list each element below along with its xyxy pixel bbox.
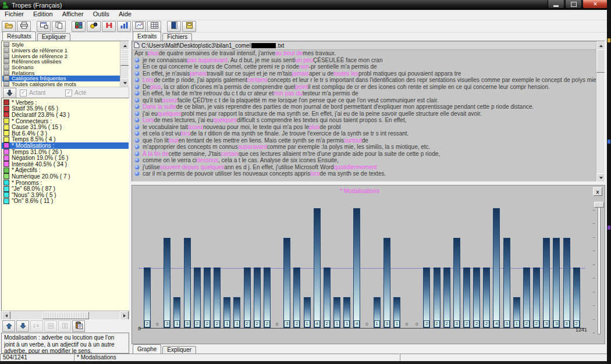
category-item-verbes[interactable]: * Verbes : — [2, 99, 129, 106]
category-item-but-6-4-3[interactable]: But 6.4% ( 3 ) — [2, 130, 129, 137]
bar-slot[interactable]: 2 — [324, 198, 331, 337]
menu-outils[interactable]: Outils — [88, 10, 114, 20]
bar-slot[interactable]: 0 — [154, 198, 161, 337]
open-file-button[interactable] — [2, 21, 16, 32]
extrait-line[interactable]: que l'on lit tout en tentant de les mett… — [133, 137, 596, 144]
bar-slot[interactable]: 2 — [264, 198, 271, 337]
category-item-je-68-0-87[interactable]: "Je" 68.0% ( 87 ) — [2, 185, 129, 192]
bar-slot[interactable]: 3 — [383, 198, 390, 337]
bar-slot[interactable]: 2 — [533, 198, 540, 337]
bar-slot[interactable]: 2 — [144, 198, 151, 337]
bar-slot[interactable]: 3 — [283, 198, 290, 337]
bar-slot[interactable]: 4 — [314, 198, 321, 337]
extraits-scrollbar[interactable] — [596, 41, 605, 182]
bar-slot[interactable]: 1 — [173, 198, 180, 337]
extrait-line[interactable]: comme on le verra ci dessous, cela a t l… — [133, 157, 596, 164]
category-item-temps-31-0-26[interactable]: Temps 31.0% ( 26 ) — [2, 149, 129, 155]
bar-slot[interactable]: 1 — [374, 198, 381, 337]
bar-slot[interactable]: 2 — [463, 198, 470, 337]
category-item-adjectifs[interactable]: * Adjectifs : — [2, 167, 129, 174]
extrait-line[interactable]: Lors de cette p riode, j'ai appris galem… — [133, 77, 596, 84]
bar-slot[interactable]: 1 — [333, 198, 340, 337]
scrollbar-thumb[interactable] — [596, 49, 605, 73]
bar-slot[interactable]: 2 — [194, 198, 201, 337]
bar-slot[interactable]: 2 — [573, 198, 580, 337]
minimize-button[interactable] — [548, 0, 564, 9]
extrait-line[interactable]: qu'il tait assez facile ÇÉD'tre c t de l… — [133, 97, 596, 104]
scroll-up-icon[interactable] — [120, 41, 129, 50]
bar-slot[interactable]: 3 — [553, 198, 560, 337]
menu-fichier[interactable]: Fichier — [0, 10, 29, 20]
category-item-intensite-40-5-34[interactable]: Intensité 40.5% ( 34 ) — [2, 161, 129, 167]
chart-zoom-slider[interactable] — [592, 201, 602, 336]
extrait-line[interactable]: Dans la suite de ce bilan, je vais repre… — [133, 104, 596, 110]
extrait-line[interactable]: je ne connaissais pas auparavant. Au d b… — [133, 57, 596, 64]
copy-button[interactable] — [52, 21, 66, 32]
bar-slot[interactable]: 2 — [434, 198, 441, 337]
bar-slot[interactable]: 1 — [343, 198, 350, 337]
bar-slot[interactable]: 3 — [164, 198, 170, 337]
export-button[interactable] — [182, 21, 196, 32]
category-item-declaratif-23-8-43[interactable]: Déclaratif 23.8% ( 43 ) — [2, 112, 129, 118]
bar-slot[interactable]: 3 — [453, 198, 460, 337]
bar-slot[interactable]: 2 — [523, 198, 530, 337]
bar-slot[interactable]: 2 — [214, 198, 221, 337]
scroll-down-icon[interactable] — [596, 173, 605, 182]
bar-slot[interactable]: 2 — [204, 198, 211, 337]
extrait-line[interactable]: m'approprier des concepts m connus aupar… — [133, 144, 596, 151]
actant-checkbox[interactable]: ✓Actant — [20, 90, 45, 97]
category-item-cause-31-9-15[interactable]: Cause 31.9% ( 15 ) — [2, 124, 129, 130]
bar-slot[interactable]: 2 — [483, 198, 490, 337]
bar-slot[interactable]: 4 — [353, 198, 360, 337]
table-button[interactable] — [147, 21, 161, 32]
bar-slot[interactable]: 2 — [473, 198, 480, 337]
scroll-up-icon[interactable] — [596, 41, 605, 50]
extrait-line[interactable]: De plus, la cr ation d'icones m'a permis… — [133, 84, 596, 91]
chart-tab-graphe[interactable]: Graphe — [133, 344, 161, 354]
bar-slot[interactable]: 1 — [304, 198, 311, 337]
report-button[interactable] — [167, 21, 181, 32]
insert-category-button[interactable] — [3, 88, 16, 98]
scroll-right-icon[interactable] — [120, 311, 129, 320]
extrait-line[interactable]: le vocabulaire tait assez nouveau pour m… — [133, 124, 596, 131]
move-up-button[interactable] — [2, 320, 15, 332]
actors-button[interactable] — [87, 21, 101, 32]
category-item-modalisations[interactable]: * Modalisations : — [2, 142, 129, 149]
properties-button[interactable] — [37, 21, 51, 32]
scrollbar-thumb[interactable] — [42, 312, 89, 319]
move-down-button[interactable] — [16, 320, 29, 332]
maximize-button[interactable] — [565, 0, 582, 9]
bar-slot[interactable]: 3 — [503, 198, 510, 337]
bar-slot[interactable]: 1 — [513, 198, 520, 337]
tab-resultats[interactable]: Résultats — [2, 31, 36, 41]
extrait-line[interactable]: j'utilise souvent depuis quelques ann es… — [133, 164, 596, 171]
extrait-line[interactable]: et cela s'est vu lors de la r dition de … — [133, 130, 596, 137]
bar-slot[interactable]: 3 — [184, 198, 191, 337]
category-item-pronoms[interactable]: * Pronoms : — [2, 180, 129, 186]
bar-slot[interactable]: 1 — [223, 198, 230, 337]
menu-afficher[interactable]: Afficher — [58, 10, 88, 20]
tab-expliquer[interactable]: Expliquer — [37, 33, 71, 41]
close-button[interactable]: ✕ — [582, 0, 608, 9]
category-item-negation-19-0-16[interactable]: Négation 19.0% ( 16 ) — [2, 155, 129, 161]
bar-slot[interactable]: 4 — [493, 198, 500, 337]
slider-thumb[interactable] — [594, 202, 604, 208]
tab-extraits[interactable]: Extraits — [133, 31, 161, 41]
bar-slot[interactable]: 1 — [393, 198, 400, 337]
bar-slot[interactable]: 3 — [563, 198, 570, 337]
bar-slot[interactable]: 2 — [293, 198, 300, 337]
extrait-line[interactable]: En ce qui concerne le cours de Comel, ce… — [133, 63, 596, 70]
extrait-line[interactable]: En effet, je n'avais jamais travaill sur… — [133, 70, 596, 77]
menu-edition[interactable]: Edition — [29, 10, 58, 20]
tree-scrollbar[interactable] — [120, 41, 129, 87]
category-item-nous-3-9-5[interactable]: "Nous" 3.9% ( 5 ) — [2, 192, 129, 198]
bar-slot[interactable]: 0 — [363, 198, 370, 337]
acte-checkbox[interactable]: ✓Acté — [65, 90, 86, 97]
scroll-down-icon[interactable] — [120, 78, 129, 87]
bar-slot[interactable]: 0 — [403, 198, 410, 337]
bar-slot[interactable]: 3 — [543, 198, 550, 337]
print-button[interactable] — [17, 21, 31, 32]
graph-button[interactable] — [132, 21, 146, 32]
bar-slot[interactable]: 2 — [423, 198, 430, 337]
extrait-line[interactable]: car il m'a permis de pouvoir utiliser le… — [133, 170, 596, 177]
